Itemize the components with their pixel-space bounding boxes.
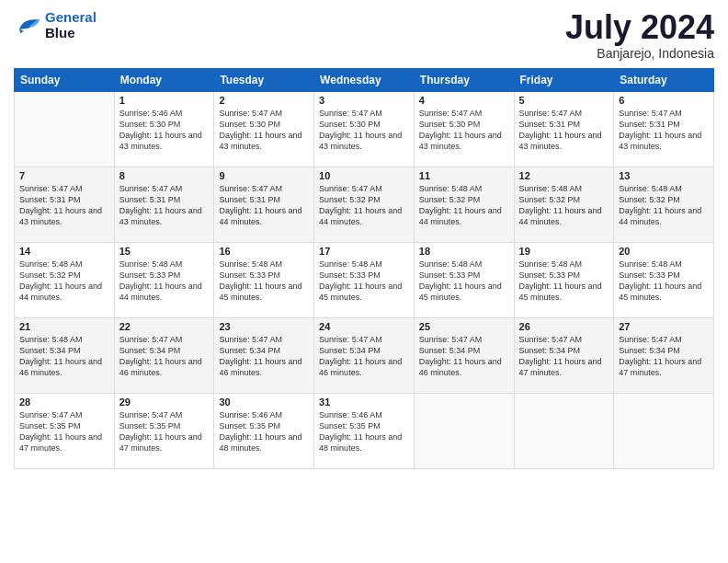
calendar-cell: 20Sunrise: 5:48 AMSunset: 5:33 PMDayligh… (614, 242, 714, 317)
calendar-cell: 27Sunrise: 5:47 AMSunset: 5:34 PMDayligh… (614, 317, 714, 393)
col-saturday: Saturday (614, 68, 714, 91)
day-number: 4 (419, 95, 509, 106)
calendar-week-3: 14Sunrise: 5:48 AMSunset: 5:32 PMDayligh… (15, 242, 714, 317)
day-info: Sunrise: 5:47 AMSunset: 5:30 PMDaylight:… (319, 108, 409, 153)
page: General Blue July 2024 Banjarejo, Indone… (0, 0, 728, 563)
day-number: 27 (619, 321, 709, 332)
day-info: Sunrise: 5:48 AMSunset: 5:32 PMDaylight:… (619, 183, 709, 228)
logo-text: General Blue (45, 9, 97, 41)
month-title: July 2024 (565, 9, 714, 46)
calendar-header-row: Sunday Monday Tuesday Wednesday Thursday… (15, 68, 714, 91)
day-info: Sunrise: 5:46 AMSunset: 5:35 PMDaylight:… (219, 409, 309, 454)
calendar-cell: 4Sunrise: 5:47 AMSunset: 5:30 PMDaylight… (414, 91, 514, 167)
day-number: 16 (219, 246, 309, 257)
day-info: Sunrise: 5:47 AMSunset: 5:34 PMDaylight:… (419, 334, 509, 379)
day-info: Sunrise: 5:47 AMSunset: 5:31 PMDaylight:… (119, 183, 210, 228)
day-info: Sunrise: 5:48 AMSunset: 5:32 PMDaylight:… (519, 183, 609, 228)
calendar-cell: 19Sunrise: 5:48 AMSunset: 5:33 PMDayligh… (514, 242, 614, 317)
calendar-cell: 1Sunrise: 5:46 AMSunset: 5:30 PMDaylight… (114, 91, 214, 167)
day-info: Sunrise: 5:47 AMSunset: 5:30 PMDaylight:… (419, 108, 509, 153)
calendar-cell: 17Sunrise: 5:48 AMSunset: 5:33 PMDayligh… (314, 242, 415, 317)
calendar-cell: 22Sunrise: 5:47 AMSunset: 5:34 PMDayligh… (114, 317, 214, 393)
day-info: Sunrise: 5:48 AMSunset: 5:33 PMDaylight:… (319, 259, 409, 304)
calendar-cell: 11Sunrise: 5:48 AMSunset: 5:32 PMDayligh… (414, 167, 514, 242)
day-number: 3 (319, 95, 409, 106)
location: Banjarejo, Indonesia (565, 46, 714, 61)
calendar-cell: 14Sunrise: 5:48 AMSunset: 5:32 PMDayligh… (15, 242, 115, 317)
day-number: 10 (319, 170, 409, 181)
day-number: 11 (419, 170, 509, 181)
day-number: 23 (219, 321, 309, 332)
calendar-cell: 23Sunrise: 5:47 AMSunset: 5:34 PMDayligh… (214, 317, 314, 393)
calendar-cell: 18Sunrise: 5:48 AMSunset: 5:33 PMDayligh… (414, 242, 514, 317)
day-info: Sunrise: 5:47 AMSunset: 5:31 PMDaylight:… (619, 108, 709, 153)
col-monday: Monday (114, 68, 214, 91)
calendar-week-5: 28Sunrise: 5:47 AMSunset: 5:35 PMDayligh… (15, 393, 714, 468)
day-info: Sunrise: 5:48 AMSunset: 5:33 PMDaylight:… (619, 259, 709, 304)
day-number: 8 (119, 170, 210, 181)
day-number: 15 (119, 246, 210, 257)
day-number: 5 (519, 95, 609, 106)
calendar-cell: 7Sunrise: 5:47 AMSunset: 5:31 PMDaylight… (15, 167, 115, 242)
day-number: 9 (219, 170, 309, 181)
calendar-cell (614, 393, 714, 468)
day-number: 26 (519, 321, 609, 332)
day-info: Sunrise: 5:47 AMSunset: 5:34 PMDaylight:… (619, 334, 709, 379)
calendar-cell: 16Sunrise: 5:48 AMSunset: 5:33 PMDayligh… (214, 242, 314, 317)
day-info: Sunrise: 5:48 AMSunset: 5:33 PMDaylight:… (219, 259, 309, 304)
day-info: Sunrise: 5:47 AMSunset: 5:31 PMDaylight:… (219, 183, 309, 228)
calendar-cell: 13Sunrise: 5:48 AMSunset: 5:32 PMDayligh… (614, 167, 714, 242)
day-number: 6 (619, 95, 709, 106)
col-wednesday: Wednesday (314, 68, 415, 91)
day-number: 7 (19, 170, 109, 181)
day-number: 13 (619, 170, 709, 181)
day-number: 12 (519, 170, 609, 181)
day-info: Sunrise: 5:47 AMSunset: 5:35 PMDaylight:… (119, 409, 210, 454)
day-number: 25 (419, 321, 509, 332)
day-info: Sunrise: 5:47 AMSunset: 5:30 PMDaylight:… (219, 108, 309, 153)
logo-line2: Blue (45, 25, 75, 40)
logo-line1: General (45, 9, 97, 25)
logo-icon (14, 14, 41, 37)
calendar-week-4: 21Sunrise: 5:48 AMSunset: 5:34 PMDayligh… (15, 317, 714, 393)
day-number: 18 (419, 246, 509, 257)
calendar-cell: 29Sunrise: 5:47 AMSunset: 5:35 PMDayligh… (114, 393, 214, 468)
day-number: 20 (619, 246, 709, 257)
calendar-week-1: 1Sunrise: 5:46 AMSunset: 5:30 PMDaylight… (15, 91, 714, 167)
day-info: Sunrise: 5:47 AMSunset: 5:34 PMDaylight:… (519, 334, 609, 379)
calendar-cell: 9Sunrise: 5:47 AMSunset: 5:31 PMDaylight… (214, 167, 314, 242)
day-number: 21 (19, 321, 109, 332)
logo: General Blue (14, 9, 97, 41)
day-number: 17 (319, 246, 409, 257)
day-number: 14 (19, 246, 109, 257)
calendar-cell: 21Sunrise: 5:48 AMSunset: 5:34 PMDayligh… (15, 317, 115, 393)
day-info: Sunrise: 5:47 AMSunset: 5:34 PMDaylight:… (219, 334, 309, 379)
calendar-cell: 31Sunrise: 5:46 AMSunset: 5:35 PMDayligh… (314, 393, 415, 468)
calendar-week-2: 7Sunrise: 5:47 AMSunset: 5:31 PMDaylight… (15, 167, 714, 242)
col-sunday: Sunday (15, 68, 115, 91)
day-info: Sunrise: 5:48 AMSunset: 5:33 PMDaylight:… (519, 259, 609, 304)
col-tuesday: Tuesday (214, 68, 314, 91)
calendar-cell (514, 393, 614, 468)
day-number: 1 (119, 95, 210, 106)
calendar-cell: 2Sunrise: 5:47 AMSunset: 5:30 PMDaylight… (214, 91, 314, 167)
day-info: Sunrise: 5:48 AMSunset: 5:34 PMDaylight:… (19, 334, 109, 379)
calendar-cell: 8Sunrise: 5:47 AMSunset: 5:31 PMDaylight… (114, 167, 214, 242)
day-number: 24 (319, 321, 409, 332)
day-number: 2 (219, 95, 309, 106)
calendar-cell: 6Sunrise: 5:47 AMSunset: 5:31 PMDaylight… (614, 91, 714, 167)
col-thursday: Thursday (414, 68, 514, 91)
day-info: Sunrise: 5:47 AMSunset: 5:31 PMDaylight:… (19, 183, 109, 228)
day-info: Sunrise: 5:48 AMSunset: 5:33 PMDaylight:… (119, 259, 210, 304)
day-info: Sunrise: 5:47 AMSunset: 5:34 PMDaylight:… (319, 334, 409, 379)
day-number: 19 (519, 246, 609, 257)
day-number: 29 (119, 396, 210, 408)
calendar-cell: 15Sunrise: 5:48 AMSunset: 5:33 PMDayligh… (114, 242, 214, 317)
calendar-cell (414, 393, 514, 468)
day-info: Sunrise: 5:48 AMSunset: 5:32 PMDaylight:… (419, 183, 509, 228)
day-info: Sunrise: 5:46 AMSunset: 5:35 PMDaylight:… (319, 409, 409, 454)
calendar-cell: 26Sunrise: 5:47 AMSunset: 5:34 PMDayligh… (514, 317, 614, 393)
calendar-table: Sunday Monday Tuesday Wednesday Thursday… (14, 68, 714, 469)
day-number: 31 (319, 396, 409, 408)
day-info: Sunrise: 5:47 AMSunset: 5:32 PMDaylight:… (319, 183, 409, 228)
